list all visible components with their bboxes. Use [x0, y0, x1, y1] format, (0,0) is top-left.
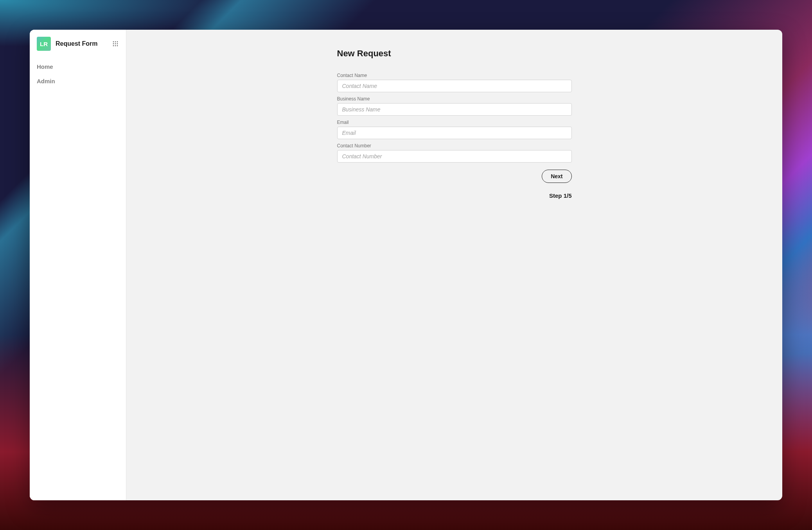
svg-point-7 [115, 45, 116, 47]
svg-point-3 [113, 43, 114, 45]
form-field-contact-number: Contact Number [337, 143, 572, 163]
sidebar: LR Request Form Home Admin [30, 30, 126, 500]
label-business-name: Business Name [337, 96, 572, 102]
form-container: New Request Contact Name Business Name E… [337, 48, 572, 199]
sidebar-header: LR Request Form [30, 37, 126, 59]
input-business-name[interactable] [337, 103, 572, 116]
svg-point-4 [115, 43, 116, 45]
label-contact-number: Contact Number [337, 143, 572, 149]
svg-point-1 [115, 41, 116, 43]
app-menu-grid-icon[interactable] [112, 40, 119, 47]
svg-point-0 [113, 41, 114, 43]
form-field-contact-name: Contact Name [337, 73, 572, 92]
svg-point-2 [117, 41, 118, 43]
label-contact-name: Contact Name [337, 73, 572, 78]
sidebar-item-home[interactable]: Home [30, 59, 126, 74]
app-window: LR Request Form Home Admin [30, 30, 782, 500]
next-button[interactable]: Next [542, 170, 571, 183]
main-content: New Request Contact Name Business Name E… [126, 30, 782, 500]
step-indicator: Step 1/5 [337, 192, 572, 199]
input-contact-number[interactable] [337, 150, 572, 163]
app-logo: LR [37, 37, 51, 51]
sidebar-item-admin[interactable]: Admin [30, 74, 126, 88]
label-email: Email [337, 120, 572, 125]
form-actions: Next [337, 170, 572, 183]
page-title: New Request [337, 48, 572, 59]
svg-point-5 [117, 43, 118, 45]
sidebar-nav: Home Admin [30, 59, 126, 88]
input-contact-name[interactable] [337, 80, 572, 92]
svg-point-6 [113, 45, 114, 47]
form-field-business-name: Business Name [337, 96, 572, 116]
app-title: Request Form [56, 40, 107, 47]
input-email[interactable] [337, 127, 572, 139]
svg-point-8 [117, 45, 118, 47]
form-field-email: Email [337, 120, 572, 139]
app-logo-text: LR [40, 41, 48, 47]
